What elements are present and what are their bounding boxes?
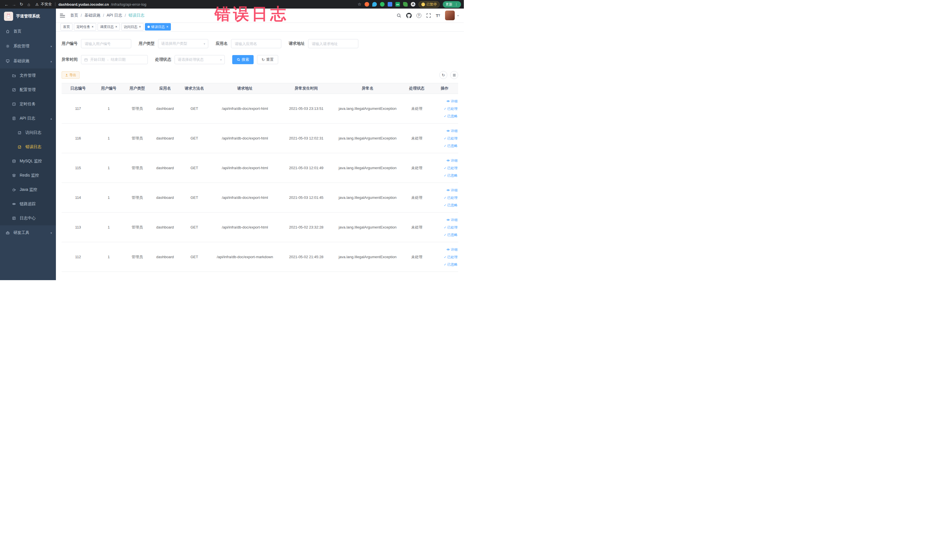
bookmark-star-icon[interactable]: ☆ [358, 2, 362, 7]
reload-icon[interactable]: ↻ [18, 2, 25, 7]
search-icon[interactable] [397, 13, 401, 18]
eye-icon [446, 189, 450, 191]
mark-processed-link[interactable]: ✓已处理 [431, 105, 458, 112]
processed-label: 已处理 [447, 194, 458, 201]
tab-label: 访问日志 [124, 24, 137, 29]
active-dot-icon [148, 26, 150, 28]
error-log-table: 日志编号 用户编号 用户类型 应用名 请求方法名 请求地址 异常发生时间 异常名… [62, 83, 458, 272]
sidebar-item-access-log[interactable]: 访问日志 [0, 125, 56, 140]
chevron-down-icon: ▾ [220, 58, 222, 61]
browser-update-button[interactable]: 更新 ⋮ [443, 1, 461, 8]
app-name-input[interactable] [231, 39, 281, 48]
github-icon[interactable] [406, 13, 412, 18]
detail-link[interactable]: 详细 [431, 127, 458, 135]
menu-kebab-icon[interactable]: ⋮ [455, 2, 458, 6]
exception-time-range-picker[interactable]: 开始日期 - 结束日期 [81, 55, 148, 64]
sidebar-item-trace[interactable]: 链路追踪 [0, 197, 56, 211]
cell-status: 未处理 [403, 183, 431, 212]
address-bar[interactable]: ⚠ 不安全 dashboard.yudao.iocoder.cn/infra/l… [35, 2, 358, 7]
eye-icon [446, 100, 450, 102]
detail-link[interactable]: 详细 [431, 157, 458, 164]
col-request-url: 请求地址 [210, 83, 280, 94]
back-icon[interactable]: ← [3, 2, 10, 7]
breadcrumb-home[interactable]: 首页 [70, 13, 78, 18]
tab-scheduled-job[interactable]: 定时任务 × [74, 23, 96, 31]
tab-access-log[interactable]: 访问日志 × [121, 23, 143, 31]
close-icon[interactable]: × [166, 25, 168, 29]
avatar-caret-icon[interactable]: ▾ [457, 14, 459, 17]
export-button[interactable]: 导出 [62, 71, 79, 79]
mark-ignored-link[interactable]: ✓已忽略 [431, 261, 458, 268]
sidebar-item-label: API 日志 [20, 116, 35, 121]
font-size-icon[interactable]: TT [436, 13, 440, 18]
tab-home[interactable]: 首页 [61, 23, 72, 31]
user-type-select[interactable]: 请选择用户类型 ▾ [158, 39, 208, 48]
app-logo[interactable]: 芋道管理系统 [0, 9, 56, 24]
refresh-button[interactable]: ↻ [439, 71, 447, 79]
sidebar-item-file-manage[interactable]: 文件管理 [0, 69, 56, 83]
sidebar-item-redis-monitor[interactable]: Redis 监控 [0, 168, 56, 183]
mark-ignored-link[interactable]: ✓已忽略 [431, 172, 458, 179]
sidebar-item-api-log[interactable]: API 日志 ▴ [0, 111, 56, 125]
user-avatar[interactable] [445, 11, 455, 20]
cell-url: /api/infra/db-doc/export-html [210, 124, 280, 153]
ignored-label: 已忽略 [447, 172, 458, 179]
detail-link[interactable]: 详细 [431, 98, 458, 105]
cell-exception: java.lang.IllegalArgumentException [333, 212, 403, 242]
tab-job-log[interactable]: 调度日志 × [98, 23, 120, 31]
detail-link[interactable]: 详细 [431, 216, 458, 224]
sidebar-collapse-icon[interactable] [60, 14, 65, 17]
cell-user-id: 1 [95, 94, 123, 124]
fullscreen-icon[interactable] [426, 13, 431, 18]
close-icon[interactable]: × [115, 25, 117, 29]
tab-error-log[interactable]: 错误日志 × [145, 23, 171, 31]
sidebar-item-home[interactable]: 首页 [0, 24, 56, 39]
mark-processed-link[interactable]: ✓已处理 [431, 164, 458, 172]
extension-grid-icon[interactable] [388, 2, 392, 6]
cell-log-id: 114 [62, 183, 95, 212]
detail-label: 详细 [451, 186, 458, 194]
process-status-select[interactable]: 请选择处理状态 ▾ [175, 55, 225, 64]
cell-exception: java.lang.IllegalArgumentException [333, 94, 403, 124]
sidebar-item-mysql-monitor[interactable]: MySQL 监控 [0, 154, 56, 168]
sidebar-item-system[interactable]: 系统管理 ▾ [0, 39, 56, 53]
breadcrumb-infra[interactable]: 基础设施 [84, 13, 101, 18]
close-icon[interactable]: × [139, 25, 141, 29]
column-settings-button[interactable] [450, 71, 458, 79]
home-icon[interactable]: ⌂ [25, 2, 32, 7]
request-url-input[interactable] [308, 39, 358, 48]
sidebar-item-log-center[interactable]: 日志中心 [0, 211, 56, 225]
sidebar-item-label: 基础设施 [14, 58, 29, 64]
sidebar-item-dev-tools[interactable]: 研发工具 ▾ [0, 225, 56, 240]
update-label: 更新 [446, 2, 452, 7]
reset-button[interactable]: ↻ 重置 [257, 55, 278, 64]
mark-ignored-link[interactable]: ✓已忽略 [431, 142, 458, 150]
extension-leaf-icon[interactable] [403, 2, 408, 6]
sidebar-item-java-monitor[interactable]: Java 监控 [0, 183, 56, 197]
forward-icon[interactable]: → [10, 2, 18, 7]
user-id-input[interactable] [81, 39, 131, 48]
mark-processed-link[interactable]: ✓已处理 [431, 135, 458, 142]
breadcrumb-api-log[interactable]: API 日志 [107, 13, 122, 18]
extension-paw-icon[interactable]: ⁂ [411, 2, 415, 6]
mark-processed-link[interactable]: ✓已处理 [431, 224, 458, 231]
detail-link[interactable]: 详细 [431, 186, 458, 194]
mark-processed-link[interactable]: ✓已处理 [431, 253, 458, 261]
sidebar-item-config-manage[interactable]: 配置管理 [0, 83, 56, 97]
sidebar-item-infra[interactable]: 基础设施 ▴ [0, 53, 56, 69]
extension-drop-icon[interactable] [372, 2, 377, 6]
help-icon[interactable]: ? [417, 13, 421, 18]
mark-ignored-link[interactable]: ✓已忽略 [431, 112, 458, 120]
mark-ignored-link[interactable]: ✓已忽略 [431, 231, 458, 238]
mark-processed-link[interactable]: ✓已处理 [431, 194, 458, 201]
close-icon[interactable]: × [92, 25, 93, 29]
mark-ignored-link[interactable]: ✓已忽略 [431, 201, 458, 209]
sidebar-item-error-log[interactable]: 错误日志 [0, 140, 56, 154]
extension-orange-icon[interactable] [365, 2, 369, 6]
search-button[interactable]: 搜索 [232, 55, 253, 64]
sidebar-item-scheduled-job[interactable]: 定时任务 [0, 97, 56, 111]
detail-link[interactable]: 详细 [431, 246, 458, 253]
extension-green-icon[interactable] [380, 2, 385, 6]
extension-on-badge-icon[interactable]: on [395, 2, 400, 6]
profile-paused-chip[interactable]: 已暂停 [418, 1, 440, 8]
